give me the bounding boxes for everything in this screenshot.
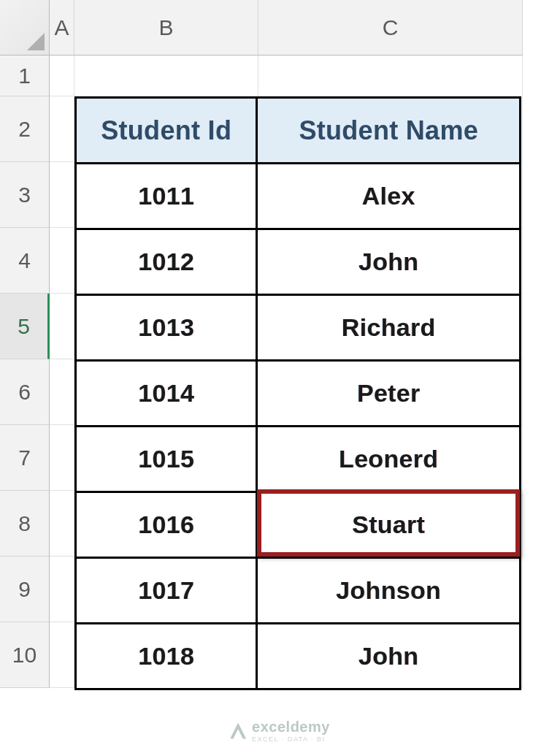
cell-A7[interactable] xyxy=(50,425,74,491)
cell-A6[interactable] xyxy=(50,359,74,425)
cell-A2[interactable] xyxy=(50,96,74,162)
watermark: exceldemy EXCEL · DATA · BI xyxy=(230,719,330,743)
cell-A5[interactable] xyxy=(50,294,74,359)
cell-student-id[interactable]: 1014 xyxy=(76,361,257,427)
table-row: 1011 Alex xyxy=(76,164,521,229)
table-row: 1013 Richard xyxy=(76,295,521,361)
cell-student-name[interactable]: Richard xyxy=(257,295,521,361)
cell-student-id[interactable]: 1011 xyxy=(76,164,257,229)
watermark-brand: exceldemy xyxy=(252,719,330,735)
cell-student-id[interactable]: 1016 xyxy=(76,492,257,558)
cell-A10[interactable] xyxy=(50,622,74,688)
col-head-C[interactable]: C xyxy=(258,0,523,56)
cell-student-id[interactable]: 1017 xyxy=(76,558,257,624)
watermark-logo-icon xyxy=(230,723,246,739)
table-row: 1016 Stuart xyxy=(76,492,521,558)
cell-A3[interactable] xyxy=(50,162,74,228)
col-head-A[interactable]: A xyxy=(50,0,74,56)
cell-student-id[interactable]: 1015 xyxy=(76,427,257,492)
cell-student-name[interactable]: John xyxy=(257,624,521,689)
row-head-10[interactable]: 10 xyxy=(0,622,50,688)
cell-A9[interactable] xyxy=(50,557,74,622)
row-head-4[interactable]: 4 xyxy=(0,228,50,294)
cell-student-name[interactable]: Alex xyxy=(257,164,521,229)
cell-A8[interactable] xyxy=(50,491,74,557)
table-row: 1014 Peter xyxy=(76,361,521,427)
cell-B1[interactable] xyxy=(74,56,258,96)
row-head-5[interactable]: 5 xyxy=(0,294,50,359)
table-row: 1012 John xyxy=(76,229,521,295)
cell-A1[interactable] xyxy=(50,56,74,96)
table-row: 1018 John xyxy=(76,624,521,689)
cell-student-name[interactable]: Leonerd xyxy=(257,427,521,492)
student-table: Student Id Student Name 1011 Alex 1012 J… xyxy=(74,96,521,690)
row-head-1[interactable]: 1 xyxy=(0,56,50,96)
row-head-2[interactable]: 2 xyxy=(0,96,50,162)
cell-student-id[interactable]: 1013 xyxy=(76,295,257,361)
cell-student-id[interactable]: 1012 xyxy=(76,229,257,295)
cell-student-name[interactable]: John xyxy=(257,229,521,295)
row-head-3[interactable]: 3 xyxy=(0,162,50,228)
table-row: 1017 Johnson xyxy=(76,558,521,624)
row-head-7[interactable]: 7 xyxy=(0,425,50,491)
header-student-id[interactable]: Student Id xyxy=(76,98,257,164)
row-head-8[interactable]: 8 xyxy=(0,491,50,557)
cell-student-name[interactable]: Peter xyxy=(257,361,521,427)
table-row: 1015 Leonerd xyxy=(76,427,521,492)
row-head-9[interactable]: 9 xyxy=(0,557,50,622)
table-header-row: Student Id Student Name xyxy=(76,98,521,164)
cell-student-id[interactable]: 1018 xyxy=(76,624,257,689)
select-all-corner[interactable] xyxy=(0,0,50,56)
watermark-tagline: EXCEL · DATA · BI xyxy=(252,735,330,743)
header-student-name[interactable]: Student Name xyxy=(257,98,521,164)
cell-student-name[interactable]: Johnson xyxy=(257,558,521,624)
col-head-B[interactable]: B xyxy=(74,0,258,56)
cell-student-name[interactable]: Stuart xyxy=(257,492,521,558)
cell-A4[interactable] xyxy=(50,228,74,294)
row-head-6[interactable]: 6 xyxy=(0,359,50,425)
cell-C1[interactable] xyxy=(258,56,523,96)
